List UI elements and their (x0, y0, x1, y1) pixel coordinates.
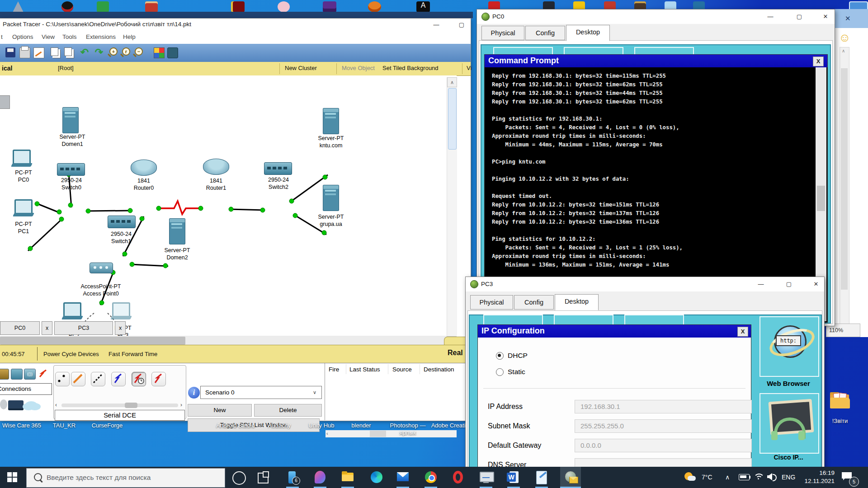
modem-icon[interactable] (8, 400, 24, 410)
emoji-smiley-icon[interactable]: ☺ (839, 31, 851, 45)
command-prompt-titlebar[interactable]: Command Prompt (485, 55, 827, 67)
close-icon[interactable]: X (813, 56, 824, 66)
taskbar-notepad[interactable] (532, 467, 552, 488)
folder-label[interactable]: !Звіти (824, 418, 856, 424)
scrollbar-thumb[interactable] (0, 337, 185, 345)
shortcut-label[interactable]: Android Studio (215, 422, 256, 429)
delete-scenario-button[interactable]: Delete (254, 404, 322, 417)
devtab-pc0-close[interactable]: x (42, 321, 52, 335)
taskbar-mail[interactable] (393, 467, 413, 488)
scrollbar-thumb[interactable] (125, 403, 137, 408)
subnet-mask-field[interactable]: 255.255.255.0 (575, 419, 752, 433)
web-browser-box[interactable]: http: (760, 316, 819, 377)
pc0-tab-config[interactable]: Config (525, 26, 565, 40)
pc3-titlebar[interactable]: PC3 — ▢ ✕ (466, 277, 824, 291)
minimize-icon[interactable]: — (755, 280, 767, 289)
desktop-icon-fragment[interactable] (97, 1, 109, 12)
maximize-icon[interactable]: ▢ (456, 20, 467, 29)
save-icon[interactable] (5, 47, 15, 57)
desktop-icon-fragment[interactable] (278, 1, 290, 12)
task-view-icon[interactable] (258, 473, 269, 483)
chevron-right-icon[interactable]: › (180, 402, 182, 408)
chevron-left-icon[interactable]: ‹ (326, 431, 328, 436)
menu-help[interactable]: Help (123, 33, 136, 40)
category-router-icon[interactable] (0, 369, 9, 380)
custom-devices-icon[interactable] (167, 47, 178, 58)
shortcut-label[interactable]: Audacity (259, 422, 300, 429)
taskbar-paint3d[interactable] (310, 467, 330, 488)
menu-extensions[interactable]: Extensions (86, 33, 116, 40)
chevron-up-icon[interactable]: ∧ (447, 77, 457, 87)
connection-serial-dte-icon[interactable] (151, 372, 166, 386)
device-router0[interactable] (131, 160, 157, 176)
desktop-icon-fragment[interactable] (368, 1, 381, 12)
close-icon[interactable]: X (737, 327, 748, 337)
taskbar-monitor-app[interactable] (476, 467, 496, 488)
root-label[interactable]: [Root] (58, 65, 74, 71)
pc3-tab-config[interactable]: Config (514, 295, 554, 310)
device-pc0[interactable] (13, 150, 33, 168)
ip-configuration-titlebar[interactable]: IP Configuration (478, 325, 751, 338)
notification-badge[interactable]: 5 (849, 477, 859, 487)
connection-copper-cross-icon[interactable] (91, 372, 105, 386)
minimize-icon[interactable]: — (430, 20, 442, 29)
workspace-vscrollbar[interactable]: ∧ (447, 77, 457, 336)
device-pc1[interactable] (14, 199, 35, 217)
shortcut-label[interactable]: CurseForge (86, 422, 128, 429)
category-switch-icon[interactable] (11, 369, 23, 380)
pc3-tab-physical[interactable]: Physical (470, 295, 513, 310)
pc0-tab-desktop[interactable]: Desktop (566, 25, 610, 41)
cisco-communicator-label[interactable]: Cisco IP... (757, 454, 820, 461)
menu-options[interactable]: Options (12, 33, 33, 40)
shortcut-label[interactable]: Unity Hub (301, 422, 342, 429)
pt-titlebar[interactable]: Packet Tracer - C:\Users\sanek\OneDrive\… (0, 19, 471, 30)
close-icon[interactable]: ✕ (845, 14, 851, 23)
pt-workspace[interactable]: Server-PT Domen1 PC-PT PC0 2950-24 Switc… (0, 75, 457, 336)
move-object-button[interactable]: Move Object (342, 65, 375, 71)
connection-serial-dce-icon[interactable] (132, 372, 146, 386)
web-browser-label[interactable]: Web Browser (757, 380, 820, 387)
tray-temperature[interactable]: 7°C (702, 474, 712, 481)
pc0-tab-physical[interactable]: Physical (481, 26, 524, 40)
devtab-pc3[interactable]: PC3 (54, 321, 113, 335)
dhcp-radio[interactable] (496, 352, 504, 360)
tray-language[interactable]: ENG (782, 474, 795, 481)
scrollbar-thumb[interactable] (448, 88, 457, 150)
wifi-icon[interactable] (753, 473, 763, 481)
new-scenario-button[interactable]: New (188, 404, 252, 417)
cloud-gray-icon[interactable] (0, 399, 7, 409)
menu-edit-cut[interactable]: t (1, 33, 3, 40)
shortcut-label[interactable]: blender (340, 422, 382, 429)
power-cycle-button[interactable]: Power Cycle Devices (43, 351, 99, 357)
info-icon[interactable]: i (188, 387, 200, 399)
maximize-icon[interactable]: ▢ (783, 280, 795, 289)
shortcut-label[interactable]: Photoshop — ярлык (387, 422, 429, 436)
zoom-in-icon[interactable]: + (109, 47, 118, 56)
devtab-pc0[interactable]: PC0 (0, 321, 40, 335)
speaker-icon[interactable] (767, 473, 776, 480)
zoom-out-icon[interactable]: − (135, 47, 143, 56)
new-cluster-button[interactable]: New Cluster (285, 65, 317, 71)
realtime-tab-label[interactable]: Real (448, 349, 463, 357)
palette-scrollbar[interactable] (61, 404, 178, 407)
device-switch0[interactable] (57, 163, 85, 176)
desktop-icon-fragment[interactable] (231, 1, 245, 12)
chevron-up-icon[interactable]: ∧ (842, 48, 845, 53)
desktop-icon-fragment[interactable] (13, 1, 24, 12)
logical-label[interactable]: ical (2, 65, 12, 72)
taskbar-file-explorer[interactable] (338, 467, 358, 488)
desktop-icon-fragment[interactable] (145, 1, 158, 12)
device-pc3[interactable] (112, 302, 133, 320)
default-gateway-field[interactable]: 0.0.0.0 (575, 439, 752, 452)
weather-icon[interactable] (684, 471, 696, 483)
palette-dialog-icon[interactable] (154, 47, 165, 58)
static-label[interactable]: Static (508, 368, 525, 376)
pc3-tab-desktop[interactable]: Desktop (555, 294, 599, 310)
connection-fiber-icon[interactable] (111, 372, 126, 386)
copy-icon[interactable] (51, 47, 58, 56)
taskbar-packet-tracer-active[interactable] (560, 467, 581, 488)
taskbar-chrome[interactable] (421, 467, 441, 488)
start-button[interactable] (7, 472, 17, 482)
desktop-icon-fragment[interactable] (61, 1, 73, 12)
note-icon[interactable] (33, 47, 44, 58)
